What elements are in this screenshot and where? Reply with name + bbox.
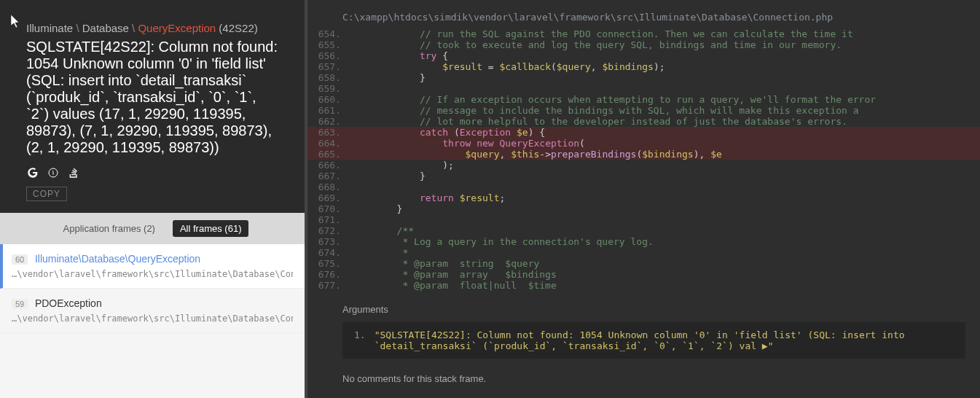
code-line: 673. * Log a query in the connection's q… <box>307 236 980 247</box>
argument-index: 1. <box>354 329 366 351</box>
code-line: 658. } <box>307 72 980 83</box>
code-line: 656. try { <box>307 50 980 61</box>
code-line: 663. catch (Exception $e) { <box>307 127 980 138</box>
argument-value: "SQLSTATE[42S22]: Column not found: 1054… <box>375 329 954 351</box>
namespace-part: Database <box>82 22 129 34</box>
stack-frames-list[interactable]: 60 Illuminate\Database\QueryException …\… <box>0 244 305 398</box>
error-header: Illuminate \ Database \ QueryException (… <box>0 0 305 213</box>
frame-filter-tabs: Application frames (2) All frames (61) <box>0 213 305 244</box>
frame-number: 59 <box>12 299 28 309</box>
code-line: 667. } <box>307 171 980 182</box>
code-line: 666. ); <box>307 160 980 171</box>
code-line: 657. $result = $callback($query, $bindin… <box>307 61 980 72</box>
left-panel: Illuminate \ Database \ QueryException (… <box>0 0 305 398</box>
frame-title: Illuminate\Database\QueryException <box>35 253 200 265</box>
code-line: 655. // took to execute and log the quer… <box>307 39 980 50</box>
stack-frame[interactable]: 60 Illuminate\Database\QueryException …\… <box>0 244 305 289</box>
duckduckgo-icon[interactable] <box>47 166 60 179</box>
arguments-title: Arguments <box>342 304 965 315</box>
error-message: SQLSTATE[42S22]: Column not found: 1054 … <box>26 39 278 156</box>
frame-number: 60 <box>12 254 28 265</box>
code-line: 675. * @param string $query <box>307 258 980 269</box>
arguments-section: Arguments 1. "SQLSTATE[42S22]: Column no… <box>307 297 980 366</box>
stackoverflow-icon[interactable] <box>67 166 80 179</box>
breadcrumb-separator: \ <box>76 22 82 34</box>
stack-frame[interactable]: 59 PDOException …\vendor\laravel\framewo… <box>0 289 305 333</box>
frame-title: PDOException <box>35 297 102 309</box>
frame-path: …\vendor\laravel\framework\src\Illuminat… <box>12 313 293 324</box>
code-line: 654. // run the SQL against the PDO conn… <box>307 28 980 39</box>
namespace-part: Illuminate <box>26 22 73 34</box>
copy-button[interactable]: COPY <box>26 187 67 201</box>
source-file-path[interactable]: C:\xampp\htdocs\simdik\vendor\laravel\fr… <box>307 0 980 28</box>
exception-class: QueryException <box>138 22 216 34</box>
code-line: 659. <box>307 83 980 94</box>
frame-path: …\vendor\laravel\framework\src\Illuminat… <box>12 269 293 279</box>
search-icon-row <box>26 166 278 179</box>
google-icon[interactable] <box>26 166 39 179</box>
code-line: 672. /** <box>307 225 980 236</box>
tab-all-frames[interactable]: All frames (61) <box>173 220 249 237</box>
code-line: 665. $query, $this->prepareBindings($bin… <box>307 149 980 160</box>
source-code-viewer[interactable]: 654. // run the SQL against the PDO conn… <box>307 28 980 297</box>
frame-comments: No comments for this stack frame. <box>307 366 980 391</box>
arguments-box: 1. "SQLSTATE[42S22]: Column not found: 1… <box>342 322 965 359</box>
code-line: 664. throw new QueryException( <box>307 138 980 149</box>
code-line: 677. * @param float|null $time <box>307 280 980 291</box>
tab-application-frames[interactable]: Application frames (2) <box>56 220 162 237</box>
code-line: 668. <box>307 182 980 192</box>
code-line: 669. return $result; <box>307 192 980 203</box>
code-line: 662. // lot more helpful to the develope… <box>307 116 980 127</box>
exception-breadcrumb: Illuminate \ Database \ QueryException (… <box>26 22 278 34</box>
exception-code-value: (42S22) <box>219 22 257 34</box>
right-panel: C:\xampp\htdocs\simdik\vendor\laravel\fr… <box>305 0 980 398</box>
code-line: 671. <box>307 214 980 225</box>
code-line: 670. } <box>307 203 980 214</box>
code-line: 661. // message to include the bindings … <box>307 105 980 116</box>
code-line: 674. * <box>307 247 980 258</box>
code-line: 660. // If an exception occurs when atte… <box>307 94 980 105</box>
code-line: 676. * @param array $bindings <box>307 269 980 280</box>
